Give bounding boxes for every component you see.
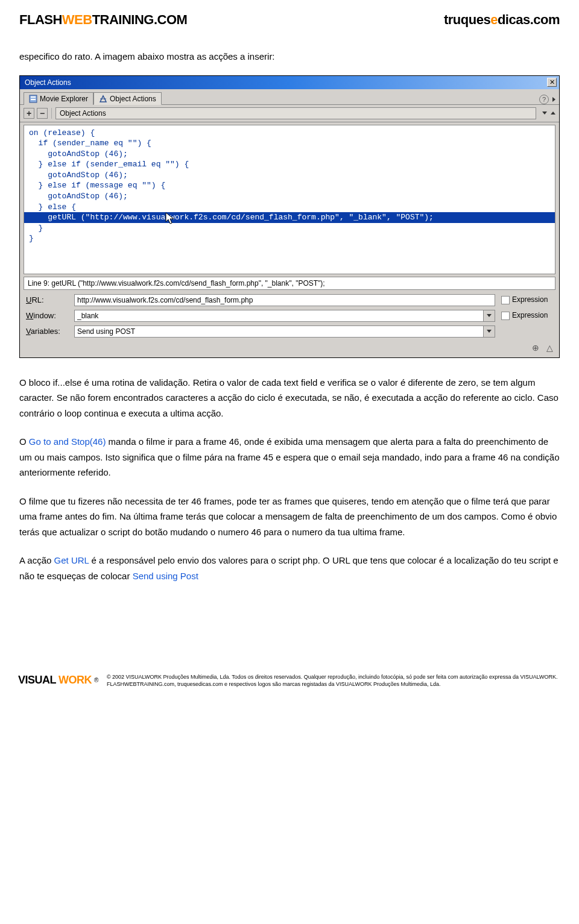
window-expression-checkbox[interactable]: Expression [501, 311, 553, 320]
movie-explorer-icon [29, 95, 37, 103]
logo-right: truquesedicas.com [444, 12, 560, 28]
intro-text: especifico do rato. A imagem abaixo most… [19, 49, 560, 64]
help-icon[interactable]: ? [539, 95, 549, 104]
tab-row: Movie Explorer Object Actions ? [20, 89, 559, 105]
url-input[interactable] [74, 294, 495, 306]
window-label: Window: [26, 311, 68, 320]
cursor-icon [165, 212, 176, 228]
collapse-icon[interactable]: △ [546, 343, 553, 353]
footer-text: © 2002 VISUALWORK Produções Multimedia, … [107, 674, 558, 688]
dropdown-value: Object Actions [60, 109, 106, 118]
link-gotoandstop: Go to and Stop(46) [29, 436, 106, 447]
link-send-using-post: Send using Post [133, 571, 198, 581]
move-down-icon[interactable] [542, 112, 547, 115]
collapse-handle-icon[interactable] [24, 206, 24, 222]
remove-action-button[interactable]: − [37, 108, 48, 119]
svg-rect-1 [31, 96, 36, 98]
panel-menu-icon[interactable] [552, 97, 555, 102]
object-actions-icon [99, 95, 107, 103]
page-header: FLASHWEBTRAINING.COM truquesedicas.com [19, 12, 560, 28]
status-line: Line 9: getURL ("http://www.visualwork.f… [24, 277, 555, 290]
tab-label: Object Actions [110, 95, 156, 103]
variables-label: Variables: [26, 327, 68, 336]
target-icon[interactable]: ⊕ [532, 343, 539, 353]
window-row: Window: Expression [20, 308, 559, 324]
paragraph: A acção Get URL é a responsável pelo env… [19, 553, 560, 583]
url-row: URL: Expression [20, 292, 559, 308]
actions-toolbar: + − Object Actions [20, 105, 559, 122]
paragraph: O Go to and Stop(46) manda o filme ir pa… [19, 434, 560, 480]
paragraph: O filme que tu fizeres não necessita de … [19, 494, 560, 540]
window-input[interactable] [74, 310, 483, 322]
page-footer: VISUALWORK® © 2002 VISUALWORK Produções … [0, 668, 579, 706]
move-up-icon[interactable] [551, 112, 555, 115]
tab-object-actions[interactable]: Object Actions [93, 92, 162, 105]
url-expression-checkbox[interactable]: Expression [501, 295, 553, 304]
window-titlebar: Object Actions ✕ [20, 76, 559, 89]
variables-dropdown-button[interactable] [483, 325, 495, 338]
url-label: URL: [26, 295, 68, 304]
code-editor[interactable]: on (release) { if (sender_name eq "") { … [24, 125, 555, 274]
svg-rect-2 [31, 99, 36, 100]
visualwork-logo: VISUALWORK® [18, 674, 98, 687]
variables-row: Variables: Expression [20, 324, 559, 339]
object-actions-window: Object Actions ✕ Movie Explorer Object A… [19, 75, 560, 358]
logo-left: FLASHWEBTRAINING.COM [19, 12, 187, 28]
add-action-button[interactable]: + [24, 108, 34, 119]
tab-label: Movie Explorer [40, 95, 88, 103]
window-title: Object Actions [22, 78, 71, 87]
window-dropdown-button[interactable] [483, 310, 495, 322]
paragraph: O bloco if...else é uma rotina de valida… [19, 375, 560, 421]
close-icon[interactable]: ✕ [547, 78, 557, 87]
actions-category-dropdown[interactable]: Object Actions [55, 107, 536, 119]
variables-input[interactable] [74, 325, 483, 338]
panel-footer: ⊕ △ [20, 339, 559, 358]
link-geturl: Get URL [54, 555, 89, 565]
selected-code-line: getURL ("http://www.visualwork.f2s.com/c… [24, 212, 555, 223]
tab-movie-explorer[interactable]: Movie Explorer [24, 92, 93, 105]
